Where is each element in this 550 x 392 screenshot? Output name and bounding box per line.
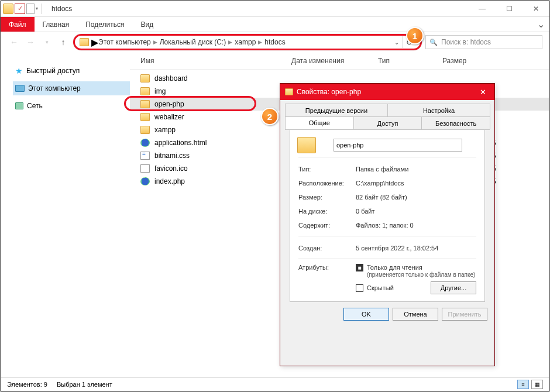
separator xyxy=(403,36,403,48)
value-location: C:\xampp\htdocs xyxy=(356,180,476,187)
tab-general[interactable]: Общие xyxy=(285,116,354,129)
breadcrumb-segment[interactable]: xampp xyxy=(235,38,256,46)
file-name: img xyxy=(154,87,166,95)
css-icon xyxy=(140,152,150,160)
file-name: index.php xyxy=(154,177,185,185)
file-name: favicon.ico xyxy=(154,164,188,173)
breadcrumb: Этот компьютер▶ Локальный диск (C:)▶ xam… xyxy=(98,38,392,46)
nav-row: ← → ▾ ↑ ▶ Этот компьютер▶ Локальный диск… xyxy=(1,32,549,52)
note-readonly: (применяется только к файлам в папке) xyxy=(367,271,475,278)
column-name[interactable]: Имя xyxy=(140,57,291,65)
nav-forward-button[interactable]: → xyxy=(24,36,37,49)
file-name: open-php xyxy=(154,100,184,108)
checkbox-hidden[interactable] xyxy=(356,284,363,292)
nav-sidebar: ★ Быстрый доступ Этот компьютер Сеть xyxy=(1,52,130,377)
edge-icon xyxy=(140,177,150,185)
tab-share[interactable]: Поделиться xyxy=(77,17,132,32)
folder-icon xyxy=(140,113,150,121)
tab-home[interactable]: Главная xyxy=(35,17,78,32)
folder-name-input[interactable] xyxy=(334,139,462,152)
other-attributes-button[interactable]: Другие... xyxy=(431,281,476,294)
label-size: Размер: xyxy=(298,194,351,201)
folder-icon xyxy=(3,4,13,14)
breadcrumb-segment[interactable]: Этот компьютер xyxy=(98,38,151,46)
file-name: applications.html xyxy=(154,139,207,147)
dialog-close-button[interactable]: ✕ xyxy=(471,84,494,100)
sidebar-item-network[interactable]: Сеть xyxy=(13,99,130,113)
checkbox-readonly[interactable]: ■ xyxy=(356,264,363,271)
status-count: Элементов: 9 xyxy=(7,381,47,388)
qat-dropdown-icon[interactable]: ▾ xyxy=(36,6,38,11)
folder-icon xyxy=(80,38,89,46)
file-name: dashboard xyxy=(154,74,188,82)
file-name: webalizer xyxy=(154,113,184,121)
folder-icon xyxy=(285,88,293,95)
label-created: Создан: xyxy=(298,245,351,252)
sidebar-item-label: Быстрый доступ xyxy=(26,67,80,75)
value-size: 82 байт (82 байт) xyxy=(356,194,476,201)
nav-back-button[interactable]: ← xyxy=(8,36,20,49)
column-headers: Имя Дата изменения Тип Размер xyxy=(130,52,549,70)
qat-newfolder-icon[interactable] xyxy=(26,4,35,14)
label-ondisk: На диске: xyxy=(298,208,351,215)
column-size[interactable]: Размер xyxy=(442,57,489,65)
close-button[interactable]: ✕ xyxy=(522,1,549,17)
ribbon: Файл Главная Поделиться Вид ⌄ xyxy=(1,17,549,32)
search-input[interactable]: 🔍 Поиск в: htdocs xyxy=(425,35,542,49)
label-contains: Содержит: xyxy=(298,222,351,229)
value-ondisk: 0 байт xyxy=(356,208,476,215)
star-icon: ★ xyxy=(15,66,23,75)
separator xyxy=(42,4,42,14)
address-dropdown-icon[interactable]: ⌄ xyxy=(392,39,401,46)
address-bar[interactable]: ▶ Этот компьютер▶ Локальный диск (C:)▶ x… xyxy=(73,34,422,50)
cancel-button[interactable]: Отмена xyxy=(393,308,438,321)
value-contains: Файлов: 1; папок: 0 xyxy=(356,222,476,229)
folder-icon xyxy=(140,74,150,82)
column-type[interactable]: Тип xyxy=(378,57,442,65)
ribbon-expand-icon[interactable]: ⌄ xyxy=(532,17,549,32)
sidebar-item-quickaccess[interactable]: ★ Быстрый доступ xyxy=(13,64,130,78)
dialog-titlebar[interactable]: Свойства: open-php ✕ xyxy=(280,84,494,100)
value-type: Папка с файлами xyxy=(356,166,476,173)
tab-view[interactable]: Вид xyxy=(132,17,161,32)
ok-button[interactable]: OK xyxy=(343,308,389,321)
window-title: htdocs xyxy=(47,5,72,13)
file-tab[interactable]: Файл xyxy=(1,17,35,32)
folder-icon xyxy=(140,126,150,134)
breadcrumb-segment[interactable]: Локальный диск (C:) xyxy=(160,38,226,46)
file-name: bitnami.css xyxy=(154,152,190,160)
tab-security[interactable]: Безопасность xyxy=(421,116,490,129)
folder-icon xyxy=(140,100,150,108)
tab-previous-versions[interactable]: Предыдущие версии xyxy=(285,104,388,116)
status-selected: Выбран 1 элемент xyxy=(57,381,112,388)
minimize-button[interactable]: — xyxy=(469,1,496,17)
label-readonly: Только для чтения xyxy=(367,264,422,271)
edge-icon xyxy=(140,139,150,147)
breadcrumb-segment[interactable]: htdocs xyxy=(264,38,285,46)
qat-properties-icon[interactable]: ✓ xyxy=(15,4,25,14)
sidebar-item-label: Сеть xyxy=(27,102,43,110)
status-bar: Элементов: 9 Выбран 1 элемент ≡ ▦ xyxy=(1,377,549,391)
dialog-title: Свойства: open-php xyxy=(297,88,361,96)
view-icons-button[interactable]: ▦ xyxy=(531,380,543,389)
value-created: 5 сентября 2022 г., 18:02:54 xyxy=(356,245,476,252)
apply-button[interactable]: Применить xyxy=(442,308,487,321)
sidebar-item-thispc[interactable]: Этот компьютер xyxy=(13,81,130,95)
callout-badge-1: 1 xyxy=(406,27,424,44)
network-icon xyxy=(15,102,23,109)
properties-dialog: Свойства: open-php ✕ Предыдущие версии Н… xyxy=(280,83,495,366)
chevron-right-icon[interactable]: ▶ xyxy=(91,37,98,48)
file-name: xampp xyxy=(154,126,176,134)
nav-up-button[interactable]: ↑ xyxy=(57,36,70,49)
label-attributes: Атрибуты: xyxy=(298,264,351,271)
view-details-button[interactable]: ≡ xyxy=(517,380,529,389)
tab-sharing[interactable]: Доступ xyxy=(353,116,422,129)
maximize-button[interactable]: ☐ xyxy=(496,1,522,17)
column-date[interactable]: Дата изменения xyxy=(291,57,378,65)
tab-customize[interactable]: Настройка xyxy=(387,104,490,116)
callout-badge-2: 2 xyxy=(261,108,279,125)
sidebar-item-label: Этот компьютер xyxy=(28,84,81,92)
ico-icon xyxy=(140,164,150,173)
monitor-icon xyxy=(15,85,25,92)
nav-history-icon[interactable]: ▾ xyxy=(40,36,53,49)
